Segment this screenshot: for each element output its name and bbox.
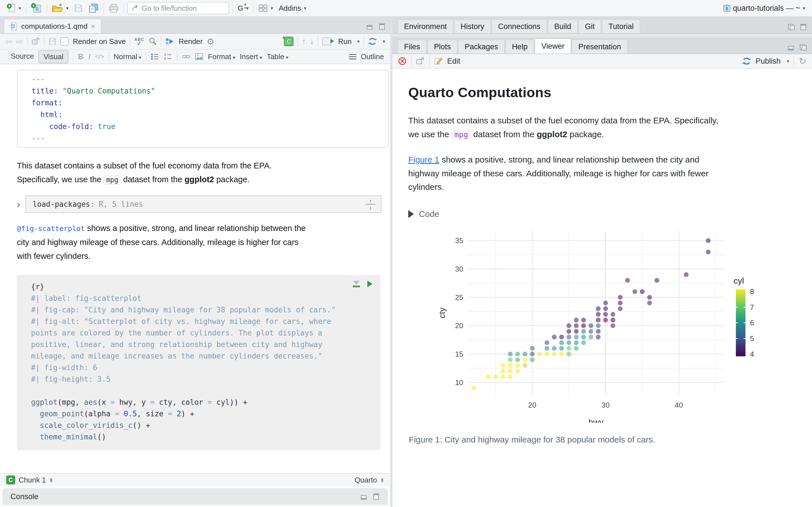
visual-editor-toolbar: Source Visual B I </> Normal▾ 12 Format▾…: [0, 50, 390, 64]
chunk-expand-icon[interactable]: ↑↓: [366, 199, 375, 210]
paragraph-style-select[interactable]: Normal▾: [114, 52, 141, 61]
console-minimize-icon[interactable]: [361, 493, 368, 500]
save-doc-icon[interactable]: [49, 38, 56, 45]
insert-menu[interactable]: Insert▾: [240, 52, 262, 61]
minimize-pane-icon[interactable]: [366, 23, 374, 30]
addins-button[interactable]: Addins ▾: [277, 3, 307, 14]
tab-packages[interactable]: Packages: [458, 40, 505, 54]
edit-button[interactable]: Edit: [447, 57, 460, 66]
goto-file-input[interactable]: Go to file/function: [127, 2, 229, 14]
edit-pencil-icon[interactable]: [434, 57, 443, 65]
project-menu[interactable]: R quarto-tutorials — ~ ▾: [721, 2, 806, 14]
bold-button[interactable]: B: [78, 52, 84, 61]
code-format-button[interactable]: </>: [95, 53, 104, 60]
open-file-button[interactable]: ▾: [50, 3, 70, 14]
bullet-list-icon[interactable]: [151, 53, 159, 60]
r-code-chunk[interactable]: {r}#| label: fig-scatterplot#| fig-cap: …: [17, 275, 380, 450]
viewer-popout-icon[interactable]: [416, 57, 424, 65]
render-label[interactable]: Render: [179, 37, 203, 46]
panes-button[interactable]: ▾: [257, 3, 274, 13]
insert-chunk-icon[interactable]: +C: [284, 37, 294, 46]
tab-help[interactable]: Help: [506, 40, 534, 54]
git-button[interactable]: G+− ▾: [237, 3, 250, 13]
print-button[interactable]: [107, 3, 120, 14]
go-prev-chunk-icon[interactable]: ↑: [302, 37, 306, 46]
editor-paragraph[interactable]: This dataset contains a subset of the fu…: [17, 159, 373, 187]
tab-history[interactable]: History: [454, 19, 491, 33]
run-caret-icon[interactable]: ▾: [357, 39, 360, 45]
spellcheck-icon[interactable]: ABC✓: [134, 37, 144, 46]
pane-splitter[interactable]: [390, 17, 393, 507]
popout-icon[interactable]: [32, 38, 40, 45]
go-next-chunk-icon[interactable]: ↓: [310, 37, 314, 46]
outline-toggle[interactable]: Outline: [361, 52, 384, 61]
maximize-pane-icon[interactable]: [800, 24, 807, 31]
panes-caret-icon[interactable]: ▾: [271, 5, 273, 11]
save-button[interactable]: [73, 3, 84, 13]
collapsed-chunk-load-packages[interactable]: load-packages: R, 5 lines ↑↓: [26, 195, 382, 213]
project-name: quarto-tutorials — ~: [733, 4, 800, 13]
source-rerun-icon[interactable]: [368, 37, 377, 46]
tab-plots[interactable]: Plots: [427, 40, 457, 54]
format-menu[interactable]: Format▾: [208, 52, 235, 61]
numbered-list-icon[interactable]: 12: [164, 53, 172, 60]
doc-type-label[interactable]: Quarto: [355, 476, 377, 485]
text-run: , size: [137, 409, 168, 418]
tab-close-icon[interactable]: ×: [91, 22, 95, 31]
new-file-button[interactable]: ▾: [6, 2, 22, 14]
render-icon[interactable]: [165, 37, 175, 46]
data-point: [508, 374, 513, 379]
minimize-pane-icon[interactable]: [788, 44, 795, 51]
refresh-icon[interactable]: ↻: [799, 56, 806, 66]
text-run: =: [115, 409, 123, 418]
editor-paragraph[interactable]: @fig-scatterplot shows a positive, stron…: [17, 221, 373, 263]
back-icon[interactable]: ⇦: [5, 37, 12, 47]
table-menu[interactable]: Table▾: [267, 52, 289, 61]
source-rerun-caret-icon[interactable]: ▾: [383, 39, 385, 45]
publish-button[interactable]: Publish: [756, 57, 781, 66]
data-point: [596, 312, 601, 317]
tab-connections[interactable]: Connections: [492, 19, 547, 33]
visual-mode-button[interactable]: Visual: [38, 50, 68, 63]
link-icon[interactable]: [182, 53, 190, 60]
maximize-pane-icon[interactable]: [378, 23, 386, 30]
console-header[interactable]: Console: [3, 489, 388, 505]
data-point: [500, 374, 505, 379]
tab-tutorial[interactable]: Tutorial: [602, 19, 640, 33]
tab-computations-1[interactable]: computations-1.qmd ×: [4, 19, 101, 33]
tab-environment[interactable]: Environment: [398, 19, 453, 33]
tab-files[interactable]: Files: [398, 40, 426, 54]
minimize-pane-icon[interactable]: [788, 24, 795, 31]
run-icon[interactable]: [322, 38, 331, 45]
forward-icon[interactable]: ⇨: [16, 37, 23, 47]
tab-viewer[interactable]: Viewer: [535, 39, 571, 54]
run-chunks-above-icon[interactable]: [353, 281, 360, 287]
run-label[interactable]: Run: [338, 37, 352, 46]
chunk-position[interactable]: Chunk 1: [18, 476, 46, 485]
tab-presentation[interactable]: Presentation: [572, 40, 627, 54]
yaml-block[interactable]: ---title: "Quarto Computations"format: h…: [17, 70, 389, 148]
search-icon[interactable]: [148, 37, 157, 46]
source-mode-button[interactable]: Source: [6, 50, 38, 63]
image-icon[interactable]: [195, 53, 203, 60]
save-all-button[interactable]: [87, 2, 100, 14]
publish-caret-icon[interactable]: ▾: [787, 58, 790, 64]
code-fold-toggle[interactable]: Code: [408, 209, 812, 219]
console-maximize-icon[interactable]: [372, 493, 380, 500]
render-settings-icon[interactable]: ⚙: [207, 37, 214, 47]
maximize-pane-icon[interactable]: [800, 44, 807, 51]
editor-canvas[interactable]: ---title: "Quarto Computations"format: h…: [0, 64, 390, 473]
run-chunk-icon[interactable]: [367, 281, 372, 287]
doc-type-spinner-icon[interactable]: ▲▼: [380, 477, 384, 483]
chunk-expand-chevron-icon[interactable]: ›: [17, 200, 26, 209]
new-project-button[interactable]: R: [30, 2, 43, 15]
render-on-save-checkbox[interactable]: [60, 37, 69, 46]
italic-button[interactable]: I: [88, 52, 91, 61]
tab-git[interactable]: Git: [578, 19, 601, 33]
open-file-caret-icon[interactable]: ▾: [66, 5, 69, 11]
tab-build[interactable]: Build: [548, 19, 578, 33]
new-file-caret-icon[interactable]: ▾: [18, 5, 21, 11]
chunk-spinner-icon[interactable]: ▲▼: [49, 477, 53, 483]
stop-icon[interactable]: [398, 57, 407, 65]
publish-icon[interactable]: [742, 57, 751, 65]
